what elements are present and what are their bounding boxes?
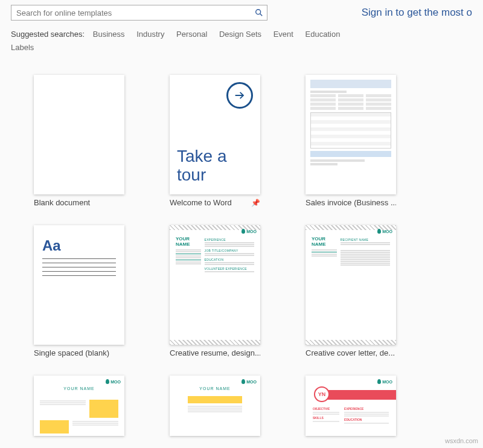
template-grid: Blank document Take a tour Welcome to Wo… [0,57,483,436]
suggested-searches: Suggested searches: Business Industry Pe… [11,28,472,54]
template-yn-resume[interactable]: MOO YN OBJECTIVE SKILLS EXPERIENCE EDUCA… [305,376,396,436]
svg-line-1 [260,14,263,16]
template-thumb: Aa [34,225,124,345]
suggested-design-sets[interactable]: Design Sets [219,30,261,39]
template-creative-cover-letter[interactable]: MOO YOUR NAME RECIPIENT NAME [305,225,396,357]
moo-logo: MOO [242,379,257,384]
suggested-event[interactable]: Event [273,30,293,39]
search-input[interactable] [11,8,252,18]
template-caption: Blank document [34,198,124,207]
template-thumb: MOO YOUR NAME RECIPIENT NAME [305,225,396,345]
template-caption: Creative cover letter, de... [305,348,396,357]
template-creative-resume[interactable]: MOO YOUR NAME EXPERIENCE JOB TITLE/COMPA… [170,225,260,357]
sign-in-link[interactable]: Sign in to get the most o [362,7,472,19]
suggested-industry[interactable]: Industry [136,30,164,39]
template-single-spaced[interactable]: Aa Single spaced (blank) [34,225,124,357]
yn-initials: YN [314,386,330,402]
suggested-label: Suggested searches: [11,30,85,39]
template-blank-document[interactable]: Blank document [34,75,124,207]
template-thumb: MOO YOUR NAME [34,376,124,436]
template-thumb [305,75,396,194]
template-welcome-to-word[interactable]: Take a tour Welcome to Word 📌 [170,75,260,207]
suggested-education[interactable]: Education [305,30,341,39]
watermark: wsxdn.com [445,437,478,444]
suggested-personal[interactable]: Personal [176,30,207,39]
template-thumb: Take a tour [170,75,260,194]
moo-logo: MOO [377,229,392,234]
font-glyph: Aa [42,237,61,254]
moo-logo: MOO [106,379,121,384]
suggested-business[interactable]: Business [93,30,125,39]
template-yellow-resume-2[interactable]: MOO YOUR NAME [170,376,260,436]
template-caption: Single spaced (blank) [34,348,124,357]
template-thumb: MOO YOUR NAME [170,376,260,436]
svg-point-0 [256,10,261,14]
template-thumb: MOO YOUR NAME EXPERIENCE JOB TITLE/COMPA… [170,225,260,345]
search-button[interactable] [252,6,266,19]
suggested-labels[interactable]: Labels [11,43,34,52]
tour-text: Take a tour [177,147,260,185]
template-thumb [34,75,124,194]
search-box[interactable] [11,5,267,21]
template-sales-invoice[interactable]: Sales invoice (Business ... [305,75,396,207]
template-caption: Welcome to Word 📌 [170,198,260,207]
pin-icon[interactable]: 📌 [251,199,260,207]
template-thumb: MOO YN OBJECTIVE SKILLS EXPERIENCE EDUCA… [305,376,396,436]
template-caption: Creative resume, design... [170,348,260,357]
search-icon [255,8,263,17]
moo-logo: MOO [242,229,257,234]
template-caption: Sales invoice (Business ... [305,198,396,207]
arrow-right-icon [226,82,253,109]
moo-logo: MOO [377,379,392,384]
template-yellow-resume-1[interactable]: MOO YOUR NAME [34,376,124,436]
